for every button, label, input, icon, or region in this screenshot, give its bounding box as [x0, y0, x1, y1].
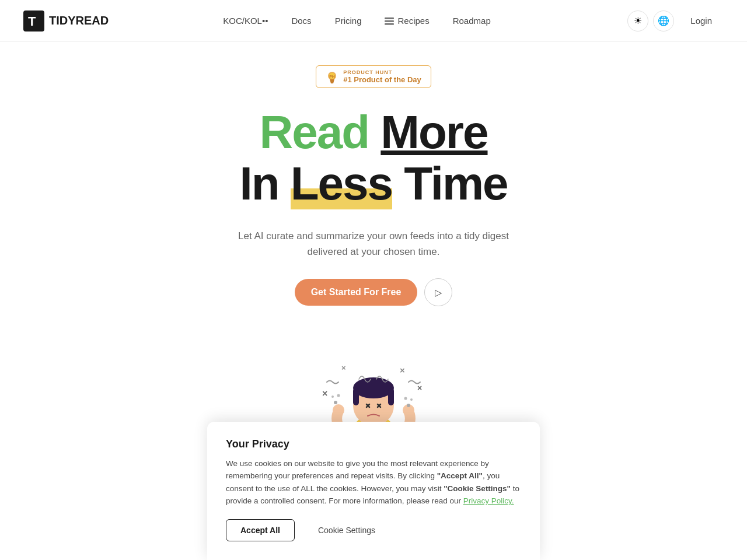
nav-right: ☀ 🌐 Login	[627, 10, 724, 32]
nav-recipes[interactable]: Recipes	[375, 11, 438, 30]
svg-point-26	[407, 404, 410, 407]
word-read: Read	[260, 106, 369, 158]
login-button[interactable]: Login	[679, 11, 724, 30]
privacy-body-text: We use cookies on our website to give yo…	[226, 457, 521, 508]
privacy-banner: Your Privacy We use cookies on our websi…	[207, 422, 540, 560]
play-button[interactable]: ▷	[424, 278, 452, 306]
nav-docs[interactable]: Docs	[282, 11, 320, 30]
ph-label: PRODUCT HUNT	[343, 69, 392, 75]
svg-rect-14	[353, 388, 359, 405]
navigation: T TIDYREAD KOC/KOL•• Docs Pricing Recipe…	[0, 0, 747, 42]
svg-text:×: ×	[341, 363, 346, 372]
globe-icon: 🌐	[658, 15, 669, 26]
nav-roadmap[interactable]: Roadmap	[444, 11, 500, 30]
svg-text:×: ×	[417, 383, 422, 393]
nav-links: KOC/KOL•• Docs Pricing Recipes Roadmap	[214, 11, 500, 30]
svg-rect-15	[388, 388, 394, 405]
word-less: Less	[291, 158, 392, 209]
logo-icon: T	[23, 10, 44, 32]
svg-text:×: ×	[400, 365, 405, 375]
svg-rect-2	[385, 18, 394, 19]
word-more: More	[381, 106, 487, 158]
play-icon: ▷	[435, 287, 442, 298]
brand-name: TIDYREAD	[49, 14, 109, 27]
svg-rect-4	[385, 23, 394, 25]
svg-text:PH: PH	[329, 75, 335, 79]
theme-toggle-button[interactable]: ☀	[627, 10, 648, 32]
svg-point-27	[410, 398, 413, 401]
product-hunt-badge[interactable]: PH PRODUCT HUNT #1 Product of the Day	[316, 65, 431, 88]
svg-text:×: ×	[322, 388, 327, 398]
privacy-actions: Accept All Cookie Settings	[226, 519, 521, 541]
sun-icon: ☀	[634, 15, 642, 26]
accept-all-button[interactable]: Accept All	[226, 519, 295, 541]
svg-point-20	[333, 404, 344, 416]
hero-subtitle: Let AI curate and summarize your own fee…	[238, 228, 509, 260]
svg-marker-9	[330, 79, 334, 83]
svg-text:T: T	[28, 14, 36, 29]
svg-rect-3	[385, 20, 394, 22]
word-in: In	[239, 158, 278, 209]
privacy-policy-link[interactable]: Privacy Policy.	[463, 496, 514, 505]
nav-pricing[interactable]: Pricing	[326, 11, 371, 30]
ph-title: #1 Product of the Day	[343, 75, 421, 84]
cta-row: Get Started For Free ▷	[295, 278, 453, 306]
stack-icon	[385, 16, 394, 26]
get-started-button[interactable]: Get Started For Free	[295, 279, 418, 306]
svg-point-31	[337, 394, 340, 397]
svg-point-30	[331, 396, 334, 398]
word-time: Time	[404, 158, 507, 209]
svg-point-28	[404, 397, 407, 400]
svg-point-29	[334, 401, 337, 404]
logo[interactable]: T TIDYREAD	[23, 10, 109, 32]
language-toggle-button[interactable]: 🌐	[653, 10, 674, 32]
medal-icon: PH	[326, 71, 338, 83]
nav-koc-kol[interactable]: KOC/KOL••	[214, 11, 277, 30]
privacy-title: Your Privacy	[226, 438, 521, 450]
hero-headline: Read More In Less Time	[239, 107, 507, 209]
cookie-settings-button[interactable]: Cookie Settings	[304, 520, 389, 541]
